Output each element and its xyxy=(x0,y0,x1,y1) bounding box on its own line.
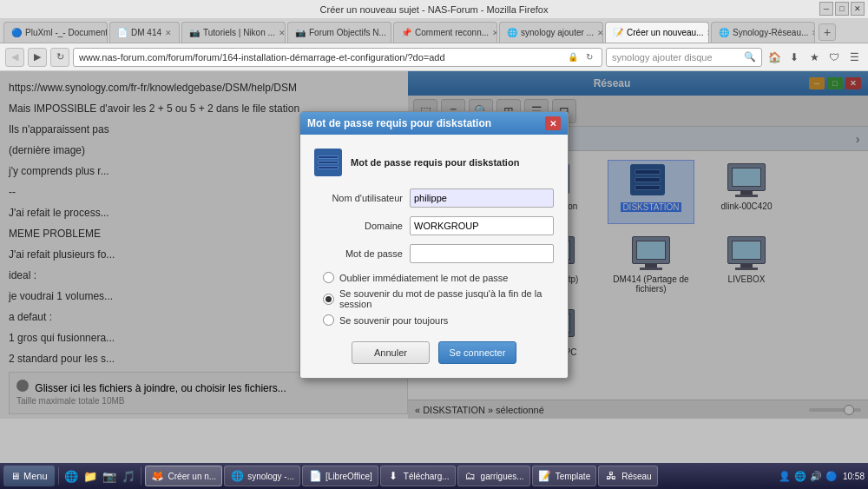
tab-synology[interactable]: 🌐 synology ajouter ... ✕ xyxy=(499,22,603,43)
tab-synology-reseau[interactable]: 🌐 Synology-Réseau... ✕ xyxy=(711,22,815,43)
radio-always-dot[interactable] xyxy=(323,314,334,326)
back-button[interactable]: ◀ xyxy=(5,48,24,67)
taskbar-label-creer: Créer un n... xyxy=(168,472,217,481)
domain-row: Domaine xyxy=(314,216,554,235)
tab-close-creer[interactable]: ✕ xyxy=(707,29,709,37)
tab-close-synology[interactable]: ✕ xyxy=(597,29,603,37)
shield-icon: 🛡 xyxy=(825,49,843,66)
taskbar-item-template[interactable]: 📝 Template xyxy=(532,466,597,486)
tab-label: PluXml -_- Documenta... xyxy=(25,28,108,37)
tab-close-dm414[interactable]: ✕ xyxy=(165,29,172,37)
tab-favicon-dm414: 📄 xyxy=(117,28,128,38)
tab-pluxml[interactable]: 🔵 PluXml -_- Documenta... ✕ xyxy=(3,22,108,43)
systray-volume-icon: 🔊 xyxy=(810,471,822,482)
tab-comment[interactable]: 📌 Comment reconn... ✕ xyxy=(393,22,497,43)
taskbar-item-telecharg[interactable]: ⬇ Télécharg... xyxy=(380,466,456,486)
minimize-button[interactable]: ─ xyxy=(819,2,833,16)
lock-icon: 🔒 xyxy=(566,50,580,64)
systray-network-icon: 🌐 xyxy=(794,471,806,482)
menu-button[interactable]: ☰ xyxy=(845,49,863,66)
new-tab-button[interactable]: + xyxy=(819,23,836,41)
taskbar-item-garrigues[interactable]: 🗂 garrigues... xyxy=(457,466,530,486)
quicklaunch-icon-2[interactable]: 📁 xyxy=(82,467,99,485)
search-bar[interactable]: synology ajouter disque 🔍 xyxy=(606,48,762,67)
password-input[interactable] xyxy=(410,244,554,263)
tab-favicon-objectifs: 📷 xyxy=(295,28,306,38)
taskbar-right: 👤 🌐 🔊 🔵 10:58 xyxy=(779,471,865,482)
quicklaunch-icon-3[interactable]: 📷 xyxy=(101,467,118,485)
address-text: www.nas-forum.com/forum/forum/164-instal… xyxy=(79,52,566,63)
taskbar-item-synology[interactable]: 🌐 synology -... xyxy=(224,466,300,486)
tab-tutoriels[interactable]: 📷 Tutoriels | Nikon ... ✕ xyxy=(181,22,286,43)
dialog-nas-icon xyxy=(314,149,342,176)
radio-forget[interactable]: Oublier immédiatement le mot de passe xyxy=(323,272,554,283)
download-button[interactable]: ⬇ xyxy=(786,49,803,66)
username-label: Nom d'utilisateur xyxy=(314,193,410,203)
bookmark-button[interactable]: ★ xyxy=(806,49,823,66)
refresh-small-icon[interactable]: ↻ xyxy=(582,50,596,64)
tab-close-objectifs[interactable]: ✕ xyxy=(390,29,391,37)
username-row: Nom d'utilisateur xyxy=(314,188,554,208)
nav-right-buttons: 🏠 ⬇ ★ 🛡 ☰ xyxy=(766,49,863,66)
window-title: Créer un nouveau sujet - NAS-Forum - Moz… xyxy=(320,4,549,15)
tab-label: Forum Objectifs N... xyxy=(309,28,386,37)
taskbar-icon-garrigues: 🗂 xyxy=(464,469,477,483)
radio-always[interactable]: Se souvenir pour toujours xyxy=(323,314,554,326)
content-area: https://www.synology.com/fr-fr/knowledge… xyxy=(0,71,868,419)
radio-session-dot[interactable] xyxy=(323,294,334,305)
taskbar-item-creer[interactable]: 🦊 Créer un n... xyxy=(145,466,223,486)
remember-options: Oublier immédiatement le mot de passe Se… xyxy=(323,272,554,326)
tab-favicon-pluxml: 🔵 xyxy=(11,28,22,38)
taskbar-label-garrigues: garrigues... xyxy=(481,472,524,481)
taskbar-item-libreoffice[interactable]: 📄 [LibreOffice] xyxy=(302,466,378,486)
dialog-header: Mot de passe requis pour diskstation xyxy=(314,149,554,176)
taskbar-label-telecharg: Télécharg... xyxy=(404,472,450,481)
search-text: synology ajouter disque xyxy=(612,52,744,63)
tab-label: Comment reconn... xyxy=(415,28,489,37)
dialog-body: Mot de passe requis pour diskstation Nom… xyxy=(300,135,568,378)
cancel-button[interactable]: Annuler xyxy=(352,341,430,364)
home-button[interactable]: 🏠 xyxy=(766,49,783,66)
tab-label: Tutoriels | Nikon ... xyxy=(203,28,275,37)
tab-close-tutoriels[interactable]: ✕ xyxy=(279,29,286,37)
taskbar-icon-telecharg: ⬇ xyxy=(386,469,400,483)
radio-forget-dot[interactable] xyxy=(323,272,334,283)
radio-always-label: Se souvenir pour toujours xyxy=(339,315,448,326)
tabs-bar: 🔵 PluXml -_- Documenta... ✕ 📄 DM 414 ✕ 📷… xyxy=(0,19,868,43)
tab-close-comment[interactable]: ✕ xyxy=(492,29,497,37)
tab-dm414[interactable]: 📄 DM 414 ✕ xyxy=(109,22,180,43)
radio-session[interactable]: Se souvenir du mot de passe jusqu'à la f… xyxy=(323,288,554,309)
username-input[interactable] xyxy=(410,188,554,208)
address-bar[interactable]: www.nas-forum.com/forum/forum/164-instal… xyxy=(73,48,602,67)
dialog-title: Mot de passe requis pour diskstation xyxy=(307,117,545,129)
forward-button[interactable]: ▶ xyxy=(28,48,47,67)
taskbar-icon-reseau: 🖧 xyxy=(604,469,618,483)
taskbar-icon-synology: 🌐 xyxy=(230,469,244,483)
taskbar-item-reseau[interactable]: 🖧 Réseau xyxy=(598,466,657,486)
tab-creer[interactable]: 📝 Créer un nouveau... ✕ xyxy=(605,22,709,43)
address-icons: 🔒 ↻ xyxy=(566,50,596,64)
systray-bluetooth-icon: 🔵 xyxy=(825,471,838,482)
tab-close-synology-reseau[interactable]: ✕ xyxy=(812,29,815,37)
refresh-button[interactable]: ↻ xyxy=(50,48,69,67)
system-clock: 10:58 xyxy=(843,472,865,481)
password-row: Mot de passe xyxy=(314,244,554,263)
domain-input[interactable] xyxy=(410,216,554,235)
maximize-button[interactable]: □ xyxy=(835,2,849,16)
start-label: Menu xyxy=(23,471,48,481)
quicklaunch-icon-1[interactable]: 🌐 xyxy=(62,467,80,485)
navigation-bar: ◀ ▶ ↻ www.nas-forum.com/forum/forum/164-… xyxy=(0,43,868,71)
connect-button[interactable]: Se connecter xyxy=(438,341,516,364)
start-button[interactable]: 🖥 Menu xyxy=(3,466,55,486)
domain-label: Domaine xyxy=(314,221,410,231)
tab-label: synology ajouter ... xyxy=(521,28,594,37)
dialog-close-button[interactable]: ✕ xyxy=(545,116,561,130)
taskbar-separator-1 xyxy=(58,467,59,485)
tab-favicon-tutoriels: 📷 xyxy=(189,28,200,38)
taskbar-label-libreoffice: [LibreOffice] xyxy=(326,472,372,481)
password-dialog: Mot de passe requis pour diskstation ✕ M… xyxy=(299,111,569,379)
quicklaunch-icon-4[interactable]: 🎵 xyxy=(120,467,137,485)
taskbar-label-reseau: Réseau xyxy=(621,472,651,481)
close-button[interactable]: ✕ xyxy=(851,2,865,16)
tab-objectifs[interactable]: 📷 Forum Objectifs N... ✕ xyxy=(287,22,391,43)
